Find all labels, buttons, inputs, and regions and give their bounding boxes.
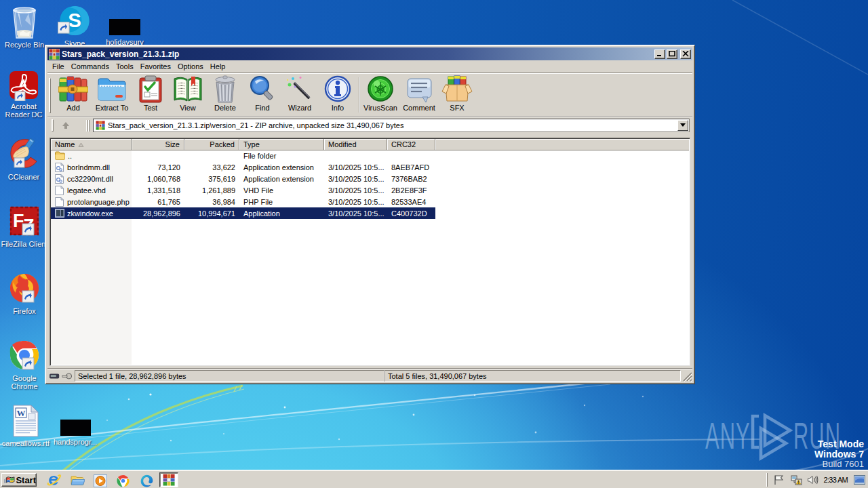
svg-text:Test Mode: Test Mode [818, 439, 864, 449]
svg-text:W: W [17, 408, 26, 418]
svg-text:ANY: ANY [705, 414, 751, 457]
svg-text:Windows 7: Windows 7 [814, 449, 864, 460]
svg-text:Build 7601: Build 7601 [823, 459, 864, 469]
svg-text:S: S [68, 9, 81, 31]
